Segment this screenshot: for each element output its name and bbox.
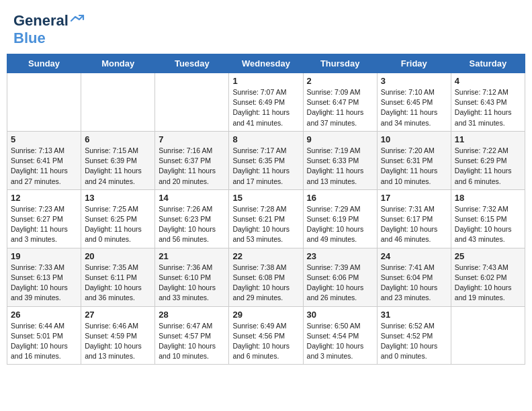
day-info: Sunrise: 6:46 AM Sunset: 4:59 PM Dayligh… [85,321,151,362]
day-number: 18 [455,193,521,203]
calendar-cell: 29Sunrise: 6:49 AM Sunset: 4:56 PM Dayli… [229,306,303,365]
day-number: 6 [85,134,151,144]
calendar-week-row: 19Sunrise: 7:33 AM Sunset: 6:13 PM Dayli… [7,248,525,306]
calendar-cell [81,73,155,132]
calendar-cell: 17Sunrise: 7:31 AM Sunset: 6:17 PM Dayli… [377,189,451,248]
day-info: Sunrise: 7:25 AM Sunset: 6:25 PM Dayligh… [85,204,151,245]
day-info: Sunrise: 7:23 AM Sunset: 6:27 PM Dayligh… [11,204,77,245]
day-number: 1 [232,76,299,86]
calendar-cell: 23Sunrise: 7:39 AM Sunset: 6:06 PM Dayli… [303,248,377,306]
day-number: 7 [159,134,225,144]
calendar-week-row: 12Sunrise: 7:23 AM Sunset: 6:27 PM Dayli… [7,189,525,248]
day-number: 2 [307,76,373,86]
calendar-week-row: 5Sunrise: 7:13 AM Sunset: 6:41 PM Daylig… [7,131,525,189]
weekday-header: Wednesday [229,54,303,73]
weekday-header: Sunday [7,54,81,73]
day-number: 13 [85,193,151,203]
day-info: Sunrise: 7:33 AM Sunset: 6:13 PM Dayligh… [11,263,77,304]
day-info: Sunrise: 7:15 AM Sunset: 6:39 PM Dayligh… [85,146,151,187]
calendar-cell: 8Sunrise: 7:17 AM Sunset: 6:35 PM Daylig… [229,131,303,189]
calendar-cell: 2Sunrise: 7:09 AM Sunset: 6:47 PM Daylig… [303,73,377,132]
calendar-cell: 22Sunrise: 7:38 AM Sunset: 6:08 PM Dayli… [229,248,303,306]
day-number: 8 [232,134,299,144]
day-info: Sunrise: 7:28 AM Sunset: 6:21 PM Dayligh… [232,204,299,245]
calendar-cell: 4Sunrise: 7:12 AM Sunset: 6:43 PM Daylig… [451,73,525,132]
calendar-cell: 1Sunrise: 7:07 AM Sunset: 6:49 PM Daylig… [229,73,303,132]
day-info: Sunrise: 7:26 AM Sunset: 6:23 PM Dayligh… [159,204,225,245]
calendar-cell: 31Sunrise: 6:52 AM Sunset: 4:52 PM Dayli… [377,306,451,365]
calendar-cell [451,306,525,365]
calendar-cell: 7Sunrise: 7:16 AM Sunset: 6:37 PM Daylig… [155,131,229,189]
calendar-cell: 24Sunrise: 7:41 AM Sunset: 6:04 PM Dayli… [377,248,451,306]
day-number: 4 [455,76,521,86]
calendar-cell: 16Sunrise: 7:29 AM Sunset: 6:19 PM Dayli… [303,189,377,248]
day-number: 24 [381,251,447,261]
calendar-cell [7,73,81,132]
day-info: Sunrise: 7:13 AM Sunset: 6:41 PM Dayligh… [11,146,77,187]
day-number: 22 [232,251,299,261]
day-number: 16 [307,193,373,203]
day-number: 11 [455,134,521,144]
day-info: Sunrise: 7:20 AM Sunset: 6:31 PM Dayligh… [381,146,447,187]
calendar-cell: 15Sunrise: 7:28 AM Sunset: 6:21 PM Dayli… [229,189,303,248]
day-info: Sunrise: 6:50 AM Sunset: 4:54 PM Dayligh… [307,321,373,362]
day-info: Sunrise: 7:31 AM Sunset: 6:17 PM Dayligh… [381,204,447,245]
calendar-cell: 20Sunrise: 7:35 AM Sunset: 6:11 PM Dayli… [81,248,155,306]
day-number: 5 [11,134,77,144]
logo-general: General [13,12,69,30]
calendar-cell: 5Sunrise: 7:13 AM Sunset: 6:41 PM Daylig… [7,131,81,189]
day-info: Sunrise: 7:35 AM Sunset: 6:11 PM Dayligh… [85,263,151,304]
day-number: 17 [381,193,447,203]
day-info: Sunrise: 7:39 AM Sunset: 6:06 PM Dayligh… [307,263,373,304]
day-number: 21 [159,251,225,261]
day-info: Sunrise: 7:10 AM Sunset: 6:45 PM Dayligh… [381,87,447,128]
day-info: Sunrise: 7:17 AM Sunset: 6:35 PM Dayligh… [232,146,299,187]
day-number: 12 [11,193,77,203]
day-info: Sunrise: 7:38 AM Sunset: 6:08 PM Dayligh… [232,263,299,304]
day-number: 26 [11,310,77,320]
calendar-week-row: 1Sunrise: 7:07 AM Sunset: 6:49 PM Daylig… [7,73,525,132]
day-number: 19 [11,251,77,261]
calendar-header-row: SundayMondayTuesdayWednesdayThursdayFrid… [7,54,525,73]
calendar-cell: 30Sunrise: 6:50 AM Sunset: 4:54 PM Dayli… [303,306,377,365]
day-number: 20 [85,251,151,261]
calendar-cell: 18Sunrise: 7:32 AM Sunset: 6:15 PM Dayli… [451,189,525,248]
day-info: Sunrise: 7:32 AM Sunset: 6:15 PM Dayligh… [455,204,521,245]
calendar-cell: 25Sunrise: 7:43 AM Sunset: 6:02 PM Dayli… [451,248,525,306]
day-info: Sunrise: 6:44 AM Sunset: 5:01 PM Dayligh… [11,321,77,362]
day-info: Sunrise: 7:12 AM Sunset: 6:43 PM Dayligh… [455,87,521,128]
weekday-header: Friday [377,54,451,73]
calendar-cell: 21Sunrise: 7:36 AM Sunset: 6:10 PM Dayli… [155,248,229,306]
day-number: 25 [455,251,521,261]
day-info: Sunrise: 7:19 AM Sunset: 6:33 PM Dayligh… [307,146,373,187]
logo-bird-icon [70,14,85,25]
weekday-header: Thursday [303,54,377,73]
calendar-cell: 26Sunrise: 6:44 AM Sunset: 5:01 PM Dayli… [7,306,81,365]
calendar-cell: 10Sunrise: 7:20 AM Sunset: 6:31 PM Dayli… [377,131,451,189]
day-number: 10 [381,134,447,144]
weekday-header: Saturday [451,54,525,73]
calendar-cell: 12Sunrise: 7:23 AM Sunset: 6:27 PM Dayli… [7,189,81,248]
day-info: Sunrise: 7:41 AM Sunset: 6:04 PM Dayligh… [381,263,447,304]
day-number: 30 [307,310,373,320]
calendar-cell: 3Sunrise: 7:10 AM Sunset: 6:45 PM Daylig… [377,73,451,132]
calendar-cell: 19Sunrise: 7:33 AM Sunset: 6:13 PM Dayli… [7,248,81,306]
calendar-cell: 11Sunrise: 7:22 AM Sunset: 6:29 PM Dayli… [451,131,525,189]
day-info: Sunrise: 7:09 AM Sunset: 6:47 PM Dayligh… [307,87,373,128]
logo-blue: Blue [13,30,46,46]
day-number: 15 [232,193,299,203]
day-info: Sunrise: 7:43 AM Sunset: 6:02 PM Dayligh… [455,263,521,304]
day-number: 14 [159,193,225,203]
day-number: 23 [307,251,373,261]
day-info: Sunrise: 7:22 AM Sunset: 6:29 PM Dayligh… [455,146,521,187]
day-info: Sunrise: 6:49 AM Sunset: 4:56 PM Dayligh… [232,321,299,362]
calendar-cell: 6Sunrise: 7:15 AM Sunset: 6:39 PM Daylig… [81,131,155,189]
day-number: 28 [159,310,225,320]
day-info: Sunrise: 7:16 AM Sunset: 6:37 PM Dayligh… [159,146,225,187]
day-number: 9 [307,134,373,144]
weekday-header: Tuesday [155,54,229,73]
day-info: Sunrise: 7:29 AM Sunset: 6:19 PM Dayligh… [307,204,373,245]
calendar-week-row: 26Sunrise: 6:44 AM Sunset: 5:01 PM Dayli… [7,306,525,365]
weekday-header: Monday [81,54,155,73]
calendar-cell [155,73,229,132]
